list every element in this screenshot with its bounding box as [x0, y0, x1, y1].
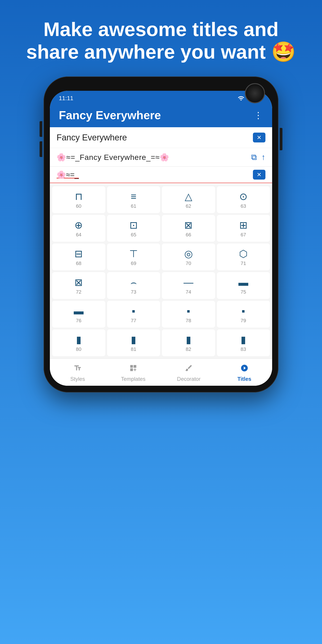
symbol-num: 72	[76, 289, 82, 295]
symbol-num: 71	[240, 260, 246, 266]
prefix-section: 🌸≈=_ ✕	[50, 166, 272, 183]
symbol-char: ▮	[76, 335, 82, 344]
symbol-char: ≡	[130, 192, 136, 202]
phone-mockup: 11:11 Fancy Everywhere ⋮ Fancy Everywher…	[44, 76, 278, 392]
symbol-char: ⊟	[74, 249, 83, 259]
symbol-cell[interactable]: ▪79	[217, 301, 270, 328]
symbol-num: 77	[131, 318, 136, 324]
symbol-char: ▬	[74, 306, 84, 316]
symbol-num: 76	[76, 318, 82, 324]
prefix-text[interactable]: 🌸≈=_	[56, 170, 79, 179]
symbol-cell[interactable]: ⊓60	[52, 186, 105, 213]
symbol-num: 78	[186, 318, 191, 324]
symbol-char: —	[184, 278, 194, 287]
symbol-cell[interactable]: ⊠66	[162, 215, 215, 242]
symbol-cell[interactable]: ≡61	[107, 186, 160, 213]
symbol-cell[interactable]: △62	[162, 186, 215, 213]
symbol-char: ▮	[240, 335, 246, 344]
volume-down-button	[40, 141, 42, 157]
symbol-cell[interactable]: ▮82	[162, 330, 215, 356]
symbol-char: ⊠	[74, 278, 83, 287]
symbol-num: 66	[186, 232, 191, 238]
styles-nav-icon	[74, 364, 82, 374]
symbol-char: ⊠	[184, 220, 192, 230]
symbol-cell[interactable]: ⌢73	[107, 272, 160, 299]
symbol-grid: ⊓60≡61△62⊙63⊕64⊡65⊠66⊞67⊟68⊤69◎70⬡71⊠72⌢…	[50, 184, 272, 358]
symbol-num: 73	[131, 289, 136, 295]
templates-nav-label: Templates	[121, 376, 145, 382]
prefix-clear-button[interactable]: ✕	[253, 170, 266, 180]
symbol-num: 75	[240, 289, 246, 295]
preview-section: 🌸≈=_Fancy Everywhere_=≈🌸 ⧉ ↑	[50, 148, 272, 166]
symbol-num: 62	[186, 203, 191, 209]
symbol-cell[interactable]: ⊟68	[52, 244, 105, 270]
symbol-num: 69	[131, 260, 136, 266]
symbol-num: 64	[76, 232, 82, 238]
symbol-num: 63	[240, 203, 246, 209]
more-options-icon[interactable]: ⋮	[254, 113, 263, 118]
symbol-num: 60	[76, 203, 82, 209]
symbol-cell[interactable]: ▮80	[52, 330, 105, 356]
clear-input-button[interactable]: ✕	[253, 132, 266, 142]
symbol-cell[interactable]: ⊙63	[217, 186, 270, 213]
symbol-cell[interactable]: ⊡65	[107, 215, 160, 242]
symbol-char: ⊞	[239, 220, 248, 230]
share-icon[interactable]: ↑	[262, 152, 266, 162]
titles-nav-icon	[240, 364, 248, 374]
phone-frame: 11:11 Fancy Everywhere ⋮ Fancy Everywher…	[44, 76, 278, 392]
hero-text: Make awesome titles and share anywhere y…	[0, 0, 322, 72]
symbol-num: 74	[186, 289, 191, 295]
camera-bump	[245, 83, 265, 103]
symbol-char: ▪	[187, 306, 190, 316]
symbol-cell[interactable]: ◎70	[162, 244, 215, 270]
copy-icon[interactable]: ⧉	[251, 152, 257, 162]
styles-nav-label: Styles	[70, 376, 85, 382]
preview-icons: ⧉ ↑	[251, 152, 266, 162]
symbol-cell[interactable]: ▮81	[107, 330, 160, 356]
input-section: Fancy Everywhere ✕	[50, 127, 272, 148]
symbol-num: 68	[76, 260, 82, 266]
symbol-char: ▮	[131, 335, 136, 344]
symbol-cell[interactable]: ⬡71	[217, 244, 270, 270]
nav-item-styles[interactable]: Styles	[50, 359, 106, 386]
app-bar: Fancy Everywhere ⋮	[50, 104, 272, 127]
symbol-cell[interactable]: ⊞67	[217, 215, 270, 242]
symbol-cell[interactable]: —74	[162, 272, 215, 299]
titles-nav-label: Titles	[238, 376, 251, 382]
symbol-char: ⊤	[129, 249, 138, 259]
symbol-cell[interactable]: ▮83	[217, 330, 270, 356]
status-bar: 11:11	[50, 91, 272, 104]
symbol-cell[interactable]: ▬75	[217, 272, 270, 299]
symbol-char: ▪	[132, 306, 135, 316]
text-input[interactable]: Fancy Everywhere	[56, 133, 253, 142]
symbol-char: △	[185, 192, 192, 202]
symbol-cell[interactable]: ⊤69	[107, 244, 160, 270]
symbol-cell[interactable]: ▪77	[107, 301, 160, 328]
nav-item-titles[interactable]: Titles	[217, 359, 272, 386]
bottom-nav: StylesTemplatesDecoratorTitles	[50, 358, 272, 386]
phone-screen: 11:11 Fancy Everywhere ⋮ Fancy Everywher…	[50, 91, 272, 386]
symbol-num: 65	[131, 232, 136, 238]
symbol-num: 81	[131, 346, 136, 352]
symbol-cell[interactable]: ▪78	[162, 301, 215, 328]
content-area: Fancy Everywhere ✕ 🌸≈=_Fancy Everywhere_…	[50, 127, 272, 358]
symbol-cell[interactable]: ⊠72	[52, 272, 105, 299]
nav-item-decorator[interactable]: Decorator	[161, 359, 217, 386]
symbol-num: 70	[186, 260, 191, 266]
nav-item-templates[interactable]: Templates	[106, 359, 161, 386]
notch-area	[50, 83, 272, 90]
symbol-char: ⊡	[130, 220, 138, 230]
status-time: 11:11	[59, 95, 73, 102]
power-button	[280, 128, 282, 150]
decorator-nav-label: Decorator	[177, 376, 200, 382]
decorator-nav-icon	[185, 364, 193, 374]
symbol-num: 67	[240, 232, 246, 238]
volume-up-button	[40, 121, 42, 137]
phone-notch	[141, 83, 181, 90]
symbol-cell[interactable]: ⊕64	[52, 215, 105, 242]
app-title: Fancy Everywhere	[59, 108, 161, 122]
symbol-num: 82	[186, 346, 191, 352]
symbol-char: ▬	[238, 278, 248, 287]
symbol-cell[interactable]: ▬76	[52, 301, 105, 328]
symbol-char: ⌢	[130, 278, 137, 287]
